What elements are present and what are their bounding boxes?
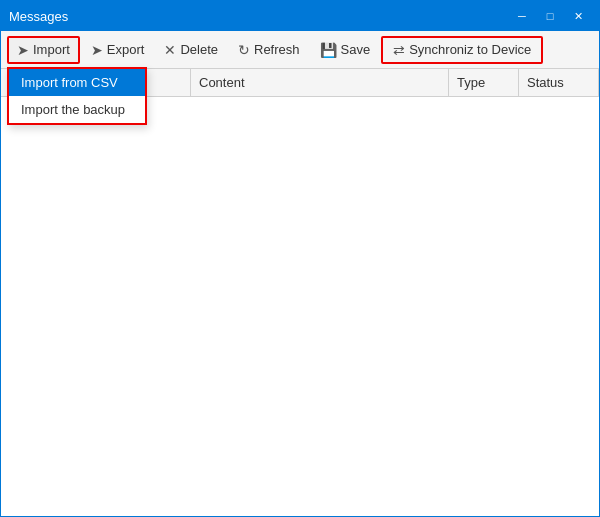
- export-icon: ➤: [91, 42, 103, 58]
- import-csv-item[interactable]: Import from CSV: [9, 69, 145, 96]
- col-content: Content: [191, 69, 449, 96]
- content-area: Created Time Content Type Status: [1, 69, 599, 516]
- window-title: Messages: [9, 9, 509, 24]
- restore-button[interactable]: □: [537, 6, 563, 26]
- col-status: Status: [519, 69, 599, 96]
- save-icon: 💾: [320, 42, 337, 58]
- refresh-button[interactable]: ↻ Refresh: [229, 36, 309, 64]
- import-backup-item[interactable]: Import the backup: [9, 96, 145, 123]
- export-button[interactable]: ➤ Export: [82, 36, 154, 64]
- main-window: Messages ─ □ ✕ ➤ Import ➤ Export ✕ D: [0, 0, 600, 517]
- col-type: Type: [449, 69, 519, 96]
- refresh-icon: ↻: [238, 42, 250, 58]
- import-button[interactable]: ➤ Import: [7, 36, 80, 64]
- delete-icon: ✕: [164, 42, 176, 58]
- sync-button[interactable]: ⇄ Synchroniz to Device: [381, 36, 543, 64]
- table-container: Created Time Content Type Status: [1, 69, 599, 516]
- import-dropdown: Import from CSV Import the backup: [7, 67, 147, 125]
- title-controls: ─ □ ✕: [509, 6, 591, 26]
- import-icon: ➤: [17, 42, 29, 58]
- sync-icon: ⇄: [393, 42, 405, 58]
- minimize-button[interactable]: ─: [509, 6, 535, 26]
- close-button[interactable]: ✕: [565, 6, 591, 26]
- title-bar: Messages ─ □ ✕: [1, 1, 599, 31]
- table-body: [1, 97, 599, 516]
- save-button[interactable]: 💾 Save: [311, 36, 380, 64]
- delete-button[interactable]: ✕ Delete: [155, 36, 227, 64]
- toolbar: ➤ Import ➤ Export ✕ Delete ↻ Refresh 💾 S…: [1, 31, 599, 69]
